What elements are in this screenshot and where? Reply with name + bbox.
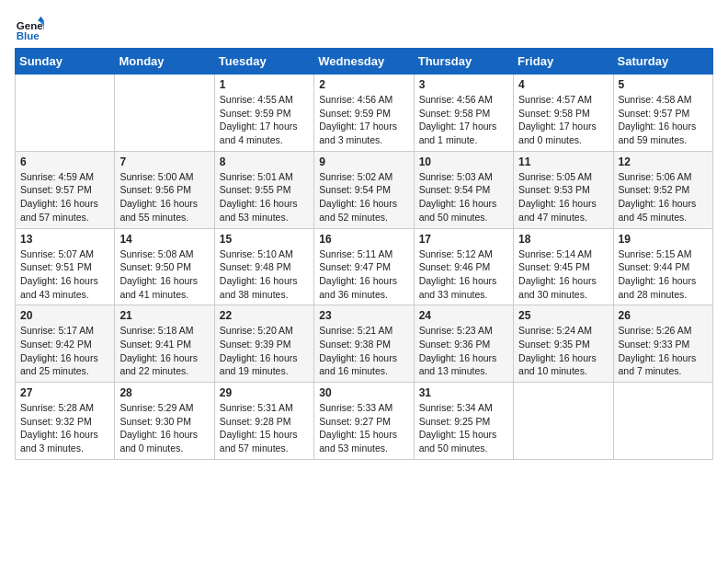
calendar-cell: 30Sunrise: 5:33 AM Sunset: 9:27 PM Dayli…: [314, 383, 414, 460]
calendar-cell: 4Sunrise: 4:57 AM Sunset: 9:58 PM Daylig…: [514, 75, 613, 152]
weekday-header: Tuesday: [214, 49, 313, 75]
day-number: 18: [518, 233, 608, 246]
day-info: Sunrise: 5:00 AM Sunset: 9:56 PM Dayligh…: [119, 170, 209, 224]
calendar-cell: [16, 75, 115, 152]
day-info: Sunrise: 5:20 AM Sunset: 9:39 PM Dayligh…: [220, 324, 309, 378]
day-info: Sunrise: 4:58 AM Sunset: 9:57 PM Dayligh…: [619, 93, 708, 147]
day-info: Sunrise: 5:21 AM Sunset: 9:38 PM Dayligh…: [319, 324, 408, 378]
calendar-cell: 25Sunrise: 5:24 AM Sunset: 9:35 PM Dayli…: [514, 305, 613, 383]
day-info: Sunrise: 5:01 AM Sunset: 9:55 PM Dayligh…: [220, 170, 309, 224]
calendar-week-row: 27Sunrise: 5:28 AM Sunset: 9:32 PM Dayli…: [16, 383, 713, 460]
day-info: Sunrise: 5:17 AM Sunset: 9:42 PM Dayligh…: [20, 324, 109, 378]
day-info: Sunrise: 5:33 AM Sunset: 9:27 PM Dayligh…: [319, 401, 408, 455]
calendar-cell: 6Sunrise: 4:59 AM Sunset: 9:57 PM Daylig…: [16, 151, 115, 228]
calendar-cell: 15Sunrise: 5:10 AM Sunset: 9:48 PM Dayli…: [214, 228, 313, 305]
day-info: Sunrise: 5:18 AM Sunset: 9:41 PM Dayligh…: [119, 324, 209, 378]
day-info: Sunrise: 5:10 AM Sunset: 9:48 PM Dayligh…: [220, 247, 309, 302]
weekday-header: Monday: [115, 49, 214, 75]
svg-marker-2: [38, 17, 44, 21]
day-info: Sunrise: 4:59 AM Sunset: 9:57 PM Dayligh…: [20, 170, 109, 224]
day-info: Sunrise: 5:07 AM Sunset: 9:51 PM Dayligh…: [20, 247, 109, 302]
day-number: 26: [619, 309, 708, 322]
calendar-cell: 14Sunrise: 5:08 AM Sunset: 9:50 PM Dayli…: [115, 228, 214, 305]
page-header: General Blue: [15, 15, 713, 44]
weekday-header: Friday: [514, 49, 613, 75]
calendar-cell: 29Sunrise: 5:31 AM Sunset: 9:28 PM Dayli…: [214, 383, 313, 460]
calendar-cell: 16Sunrise: 5:11 AM Sunset: 9:47 PM Dayli…: [314, 228, 414, 305]
calendar-cell: 22Sunrise: 5:20 AM Sunset: 9:39 PM Dayli…: [214, 305, 313, 383]
day-info: Sunrise: 5:28 AM Sunset: 9:32 PM Dayligh…: [20, 401, 109, 455]
weekday-header: Thursday: [414, 49, 513, 75]
day-number: 21: [119, 309, 209, 322]
calendar-cell: 20Sunrise: 5:17 AM Sunset: 9:42 PM Dayli…: [16, 305, 115, 383]
calendar-cell: 21Sunrise: 5:18 AM Sunset: 9:41 PM Dayli…: [115, 305, 214, 383]
day-info: Sunrise: 5:23 AM Sunset: 9:36 PM Dayligh…: [419, 324, 508, 378]
day-info: Sunrise: 5:06 AM Sunset: 9:52 PM Dayligh…: [619, 170, 708, 224]
day-info: Sunrise: 5:31 AM Sunset: 9:28 PM Dayligh…: [220, 401, 309, 455]
calendar-table: SundayMondayTuesdayWednesdayThursdayFrid…: [15, 48, 713, 460]
calendar-cell: 3Sunrise: 4:56 AM Sunset: 9:58 PM Daylig…: [414, 75, 513, 152]
day-info: Sunrise: 5:15 AM Sunset: 9:44 PM Dayligh…: [619, 247, 708, 302]
day-number: 15: [220, 233, 309, 246]
calendar-week-row: 6Sunrise: 4:59 AM Sunset: 9:57 PM Daylig…: [16, 151, 713, 228]
day-number: 19: [619, 233, 708, 246]
day-number: 27: [20, 386, 109, 399]
day-info: Sunrise: 5:26 AM Sunset: 9:33 PM Dayligh…: [619, 324, 708, 378]
calendar-cell: 27Sunrise: 5:28 AM Sunset: 9:32 PM Dayli…: [16, 383, 115, 460]
calendar-week-row: 20Sunrise: 5:17 AM Sunset: 9:42 PM Dayli…: [16, 305, 713, 383]
day-number: 7: [119, 155, 209, 168]
day-number: 5: [619, 78, 708, 91]
weekday-header: Wednesday: [314, 49, 414, 75]
calendar-header-row: SundayMondayTuesdayWednesdayThursdayFrid…: [16, 49, 713, 75]
day-number: 14: [119, 233, 209, 246]
day-number: 13: [20, 233, 109, 246]
day-info: Sunrise: 4:55 AM Sunset: 9:59 PM Dayligh…: [220, 93, 309, 147]
day-number: 29: [220, 386, 309, 399]
weekday-header: Saturday: [613, 49, 712, 75]
day-info: Sunrise: 4:56 AM Sunset: 9:59 PM Dayligh…: [319, 93, 408, 147]
day-info: Sunrise: 5:05 AM Sunset: 9:53 PM Dayligh…: [518, 170, 608, 224]
day-number: 31: [419, 386, 508, 399]
calendar-week-row: 13Sunrise: 5:07 AM Sunset: 9:51 PM Dayli…: [16, 228, 713, 305]
calendar-cell: 1Sunrise: 4:55 AM Sunset: 9:59 PM Daylig…: [214, 75, 313, 152]
day-number: 10: [419, 155, 508, 168]
day-info: Sunrise: 4:56 AM Sunset: 9:58 PM Dayligh…: [419, 93, 508, 147]
calendar-cell: 5Sunrise: 4:58 AM Sunset: 9:57 PM Daylig…: [613, 75, 712, 152]
calendar-cell: [613, 383, 712, 460]
calendar-cell: [514, 383, 613, 460]
calendar-cell: 23Sunrise: 5:21 AM Sunset: 9:38 PM Dayli…: [314, 305, 414, 383]
day-number: 16: [319, 233, 408, 246]
day-info: Sunrise: 5:12 AM Sunset: 9:46 PM Dayligh…: [419, 247, 508, 302]
calendar-cell: 13Sunrise: 5:07 AM Sunset: 9:51 PM Dayli…: [16, 228, 115, 305]
calendar-cell: 7Sunrise: 5:00 AM Sunset: 9:56 PM Daylig…: [115, 151, 214, 228]
day-number: 2: [319, 78, 408, 91]
calendar-cell: 17Sunrise: 5:12 AM Sunset: 9:46 PM Dayli…: [414, 228, 513, 305]
calendar-cell: [115, 75, 214, 152]
calendar-cell: 9Sunrise: 5:02 AM Sunset: 9:54 PM Daylig…: [314, 151, 414, 228]
day-number: 22: [220, 309, 309, 322]
weekday-header: Sunday: [16, 49, 115, 75]
day-number: 11: [518, 155, 608, 168]
svg-text:Blue: Blue: [17, 30, 40, 41]
calendar-cell: 24Sunrise: 5:23 AM Sunset: 9:36 PM Dayli…: [414, 305, 513, 383]
day-number: 6: [20, 155, 109, 168]
day-number: 17: [419, 233, 508, 246]
day-number: 25: [518, 309, 608, 322]
day-number: 12: [619, 155, 708, 168]
calendar-cell: 8Sunrise: 5:01 AM Sunset: 9:55 PM Daylig…: [214, 151, 313, 228]
calendar-cell: 31Sunrise: 5:34 AM Sunset: 9:25 PM Dayli…: [414, 383, 513, 460]
day-info: Sunrise: 4:57 AM Sunset: 9:58 PM Dayligh…: [518, 93, 608, 147]
day-info: Sunrise: 5:03 AM Sunset: 9:54 PM Dayligh…: [419, 170, 508, 224]
calendar-cell: 11Sunrise: 5:05 AM Sunset: 9:53 PM Dayli…: [514, 151, 613, 228]
day-info: Sunrise: 5:14 AM Sunset: 9:45 PM Dayligh…: [518, 247, 608, 302]
calendar-cell: 28Sunrise: 5:29 AM Sunset: 9:30 PM Dayli…: [115, 383, 214, 460]
calendar-cell: 18Sunrise: 5:14 AM Sunset: 9:45 PM Dayli…: [514, 228, 613, 305]
calendar-cell: 2Sunrise: 4:56 AM Sunset: 9:59 PM Daylig…: [314, 75, 414, 152]
logo-icon: General Blue: [15, 15, 44, 44]
calendar-cell: 12Sunrise: 5:06 AM Sunset: 9:52 PM Dayli…: [613, 151, 712, 228]
day-info: Sunrise: 5:24 AM Sunset: 9:35 PM Dayligh…: [518, 324, 608, 378]
day-info: Sunrise: 5:29 AM Sunset: 9:30 PM Dayligh…: [119, 401, 209, 455]
day-info: Sunrise: 5:08 AM Sunset: 9:50 PM Dayligh…: [119, 247, 209, 302]
day-number: 28: [119, 386, 209, 399]
day-number: 1: [220, 78, 309, 91]
